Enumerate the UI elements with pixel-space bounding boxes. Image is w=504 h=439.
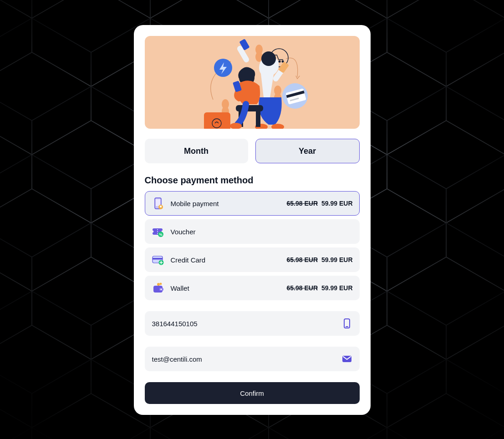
price-old: 65.98 EUR: [287, 284, 318, 292]
svg-rect-34: [236, 105, 263, 111]
method-prices: 65.98 EUR 59.99 EUR: [287, 284, 353, 292]
price-new: 59.99 EUR: [321, 284, 352, 292]
svg-point-17: [279, 61, 280, 62]
method-label: Mobile payment: [171, 200, 287, 207]
method-wallet[interactable]: Wallet 65.98 EUR 59.99 EUR: [145, 276, 360, 300]
method-label: Wallet: [171, 284, 287, 292]
credit-card-icon: [152, 253, 164, 266]
method-mobile-payment[interactable]: Mobile payment 65.98 EUR 59.99 EUR: [145, 191, 360, 216]
method-label: Credit Card: [171, 256, 287, 264]
svg-rect-23: [204, 112, 230, 129]
payment-card: Month Year Choose payment method Mobile …: [134, 25, 371, 415]
method-prices: 65.98 EUR 59.99 EUR: [287, 200, 353, 207]
confirm-button[interactable]: Confirm: [145, 382, 360, 404]
svg-point-18: [282, 61, 284, 62]
billing-period-tabs: Month Year: [145, 139, 360, 163]
method-prices: 65.98 EUR 59.99 EUR: [287, 256, 353, 263]
method-label: Voucher: [171, 228, 353, 236]
email-field[interactable]: [145, 347, 360, 371]
payment-methods: Mobile payment 65.98 EUR 59.99 EUR % Vou…: [145, 191, 360, 300]
tab-year[interactable]: Year: [255, 139, 360, 163]
price-new: 59.99 EUR: [321, 200, 352, 207]
wallet-icon: [152, 282, 164, 294]
phone-input[interactable]: [152, 320, 341, 328]
svg-point-25: [261, 51, 276, 66]
phone-field[interactable]: [145, 311, 360, 336]
method-credit-card[interactable]: Credit Card 65.98 EUR 59.99 EUR: [145, 247, 360, 272]
svg-rect-36: [256, 111, 260, 127]
svg-point-51: [157, 283, 160, 286]
svg-text:%: %: [159, 232, 162, 237]
email-input[interactable]: [152, 355, 341, 363]
phone-icon: [341, 318, 352, 329]
price-new: 59.99 EUR: [321, 256, 352, 263]
method-voucher[interactable]: % Voucher: [145, 219, 360, 244]
voucher-icon: %: [152, 225, 164, 238]
price-old: 65.98 EUR: [287, 256, 318, 263]
svg-rect-41: [160, 206, 162, 207]
svg-point-52: [159, 283, 162, 285]
svg-point-55: [160, 288, 162, 290]
section-title: Choose payment method: [145, 175, 360, 186]
svg-rect-49: [153, 258, 163, 260]
hero-illustration: [145, 36, 360, 129]
mail-icon: [341, 353, 352, 364]
tab-month[interactable]: Month: [145, 139, 248, 163]
price-old: 65.98 EUR: [287, 200, 318, 207]
mobile-payment-icon: [152, 197, 164, 210]
